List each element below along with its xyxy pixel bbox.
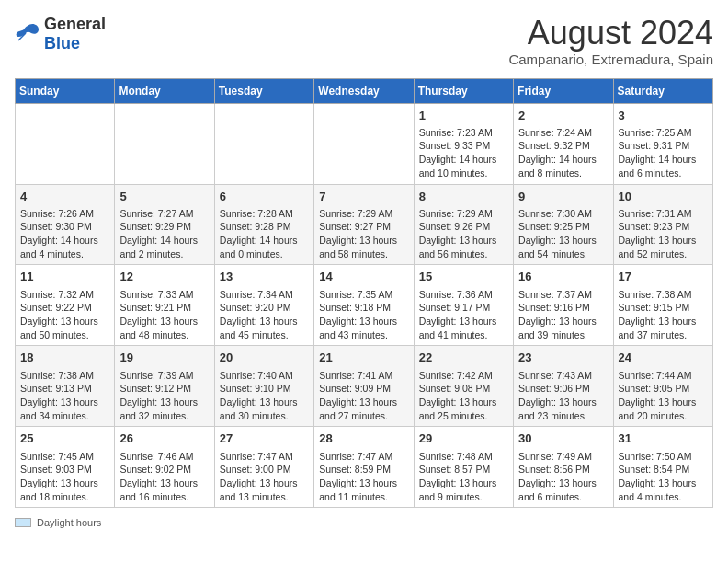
header-cell-tuesday: Tuesday <box>214 78 313 103</box>
day-number: 16 <box>518 269 608 285</box>
day-info: Sunrise: 7:29 AM Sunset: 9:26 PM Dayligh… <box>419 207 508 261</box>
day-info: Sunrise: 7:44 AM Sunset: 9:05 PM Dayligh… <box>619 369 708 423</box>
day-number: 7 <box>319 189 408 205</box>
calendar-cell: 27Sunrise: 7:47 AM Sunset: 9:00 PM Dayli… <box>214 427 313 508</box>
calendar-cell: 16Sunrise: 7:37 AM Sunset: 9:16 PM Dayli… <box>514 265 613 346</box>
calendar-cell: 13Sunrise: 7:34 AM Sunset: 9:20 PM Dayli… <box>214 265 313 346</box>
calendar-cell: 20Sunrise: 7:40 AM Sunset: 9:10 PM Dayli… <box>214 346 313 427</box>
calendar-cell: 28Sunrise: 7:47 AM Sunset: 8:59 PM Dayli… <box>314 427 414 508</box>
calendar-cell: 21Sunrise: 7:41 AM Sunset: 9:09 PM Dayli… <box>314 346 414 427</box>
calendar-week-2: 4Sunrise: 7:26 AM Sunset: 9:30 PM Daylig… <box>16 184 713 265</box>
day-number: 22 <box>419 350 508 366</box>
calendar-cell: 12Sunrise: 7:33 AM Sunset: 9:21 PM Dayli… <box>115 265 214 346</box>
day-number: 18 <box>20 350 109 366</box>
day-info: Sunrise: 7:37 AM Sunset: 9:16 PM Dayligh… <box>518 288 608 342</box>
day-number: 28 <box>319 431 408 447</box>
day-info: Sunrise: 7:42 AM Sunset: 9:08 PM Dayligh… <box>419 369 508 423</box>
footer-label: Daylight hours <box>37 517 101 528</box>
calendar-cell: 29Sunrise: 7:48 AM Sunset: 8:57 PM Dayli… <box>414 427 513 508</box>
day-number: 8 <box>419 189 508 205</box>
day-info: Sunrise: 7:47 AM Sunset: 9:00 PM Dayligh… <box>220 450 309 504</box>
logo: General Blue <box>15 15 106 53</box>
calendar-cell: 18Sunrise: 7:38 AM Sunset: 9:13 PM Dayli… <box>16 346 115 427</box>
day-info: Sunrise: 7:31 AM Sunset: 9:23 PM Dayligh… <box>619 207 708 261</box>
day-info: Sunrise: 7:29 AM Sunset: 9:27 PM Dayligh… <box>319 207 408 261</box>
day-info: Sunrise: 7:39 AM Sunset: 9:12 PM Dayligh… <box>119 369 209 423</box>
day-info: Sunrise: 7:32 AM Sunset: 9:22 PM Dayligh… <box>20 288 109 342</box>
day-number: 27 <box>220 431 309 447</box>
day-number: 30 <box>518 431 608 447</box>
day-info: Sunrise: 7:40 AM Sunset: 9:10 PM Dayligh… <box>220 369 309 423</box>
header-cell-saturday: Saturday <box>613 78 712 103</box>
day-info: Sunrise: 7:46 AM Sunset: 9:02 PM Dayligh… <box>119 450 209 504</box>
calendar-cell: 6Sunrise: 7:28 AM Sunset: 9:28 PM Daylig… <box>214 184 313 265</box>
day-info: Sunrise: 7:33 AM Sunset: 9:21 PM Dayligh… <box>119 288 209 342</box>
day-info: Sunrise: 7:49 AM Sunset: 8:56 PM Dayligh… <box>518 450 608 504</box>
title-block: August 2024 Campanario, Extremadura, Spa… <box>508 15 713 67</box>
day-number: 29 <box>419 431 508 447</box>
day-number: 20 <box>220 350 309 366</box>
day-number: 21 <box>319 350 408 366</box>
page-header: General Blue August 2024 Campanario, Ext… <box>15 15 713 67</box>
day-info: Sunrise: 7:38 AM Sunset: 9:15 PM Dayligh… <box>619 288 708 342</box>
day-number: 12 <box>119 269 209 285</box>
day-info: Sunrise: 7:38 AM Sunset: 9:13 PM Dayligh… <box>20 369 109 423</box>
calendar-cell: 2Sunrise: 7:24 AM Sunset: 9:32 PM Daylig… <box>514 103 613 184</box>
day-info: Sunrise: 7:41 AM Sunset: 9:09 PM Dayligh… <box>319 369 408 423</box>
day-number: 19 <box>119 350 209 366</box>
calendar-cell: 25Sunrise: 7:45 AM Sunset: 9:03 PM Dayli… <box>16 427 115 508</box>
daylight-indicator <box>15 518 31 527</box>
day-info: Sunrise: 7:36 AM Sunset: 9:17 PM Dayligh… <box>419 288 508 342</box>
calendar-header: SundayMondayTuesdayWednesdayThursdayFrid… <box>16 78 713 103</box>
subtitle: Campanario, Extremadura, Spain <box>508 52 713 67</box>
calendar-cell <box>115 103 214 184</box>
calendar-cell: 11Sunrise: 7:32 AM Sunset: 9:22 PM Dayli… <box>16 265 115 346</box>
calendar-cell: 31Sunrise: 7:50 AM Sunset: 8:54 PM Dayli… <box>613 427 712 508</box>
calendar-cell: 14Sunrise: 7:35 AM Sunset: 9:18 PM Dayli… <box>314 265 414 346</box>
calendar-cell: 3Sunrise: 7:25 AM Sunset: 9:31 PM Daylig… <box>613 103 712 184</box>
calendar-cell: 9Sunrise: 7:30 AM Sunset: 9:25 PM Daylig… <box>514 184 613 265</box>
day-info: Sunrise: 7:30 AM Sunset: 9:25 PM Dayligh… <box>518 207 608 261</box>
calendar-cell: 26Sunrise: 7:46 AM Sunset: 9:02 PM Dayli… <box>115 427 214 508</box>
header-row: SundayMondayTuesdayWednesdayThursdayFrid… <box>16 78 713 103</box>
logo-bird-icon <box>15 22 40 42</box>
calendar-cell: 15Sunrise: 7:36 AM Sunset: 9:17 PM Dayli… <box>414 265 513 346</box>
day-info: Sunrise: 7:50 AM Sunset: 8:54 PM Dayligh… <box>619 450 708 504</box>
calendar-body: 1Sunrise: 7:23 AM Sunset: 9:33 PM Daylig… <box>16 103 713 508</box>
day-number: 31 <box>619 431 708 447</box>
day-number: 23 <box>518 350 608 366</box>
day-info: Sunrise: 7:43 AM Sunset: 9:06 PM Dayligh… <box>518 369 608 423</box>
day-info: Sunrise: 7:47 AM Sunset: 8:59 PM Dayligh… <box>319 450 408 504</box>
main-title: August 2024 <box>508 15 713 52</box>
day-info: Sunrise: 7:25 AM Sunset: 9:31 PM Dayligh… <box>619 126 708 180</box>
calendar-cell <box>16 103 115 184</box>
calendar-cell: 19Sunrise: 7:39 AM Sunset: 9:12 PM Dayli… <box>115 346 214 427</box>
calendar-cell: 22Sunrise: 7:42 AM Sunset: 9:08 PM Dayli… <box>414 346 513 427</box>
day-number: 9 <box>518 189 608 205</box>
calendar-cell: 23Sunrise: 7:43 AM Sunset: 9:06 PM Dayli… <box>514 346 613 427</box>
day-info: Sunrise: 7:27 AM Sunset: 9:29 PM Dayligh… <box>119 207 209 261</box>
day-number: 14 <box>319 269 408 285</box>
day-info: Sunrise: 7:45 AM Sunset: 9:03 PM Dayligh… <box>20 450 109 504</box>
calendar-cell: 17Sunrise: 7:38 AM Sunset: 9:15 PM Dayli… <box>613 265 712 346</box>
day-number: 24 <box>619 350 708 366</box>
day-number: 26 <box>119 431 209 447</box>
calendar-week-4: 18Sunrise: 7:38 AM Sunset: 9:13 PM Dayli… <box>16 346 713 427</box>
day-info: Sunrise: 7:34 AM Sunset: 9:20 PM Dayligh… <box>220 288 309 342</box>
calendar-cell: 7Sunrise: 7:29 AM Sunset: 9:27 PM Daylig… <box>314 184 414 265</box>
day-number: 25 <box>20 431 109 447</box>
header-cell-sunday: Sunday <box>16 78 115 103</box>
day-number: 5 <box>119 189 209 205</box>
day-number: 3 <box>619 108 708 124</box>
day-number: 1 <box>419 108 508 124</box>
day-info: Sunrise: 7:28 AM Sunset: 9:28 PM Dayligh… <box>220 207 309 261</box>
calendar-cell: 30Sunrise: 7:49 AM Sunset: 8:56 PM Dayli… <box>514 427 613 508</box>
calendar-footer: Daylight hours <box>15 517 713 528</box>
day-number: 2 <box>518 108 608 124</box>
calendar-week-1: 1Sunrise: 7:23 AM Sunset: 9:33 PM Daylig… <box>16 103 713 184</box>
logo-text-blue: Blue <box>44 34 80 52</box>
day-number: 11 <box>20 269 109 285</box>
calendar-cell: 1Sunrise: 7:23 AM Sunset: 9:33 PM Daylig… <box>414 103 513 184</box>
calendar-week-3: 11Sunrise: 7:32 AM Sunset: 9:22 PM Dayli… <box>16 265 713 346</box>
day-number: 15 <box>419 269 508 285</box>
